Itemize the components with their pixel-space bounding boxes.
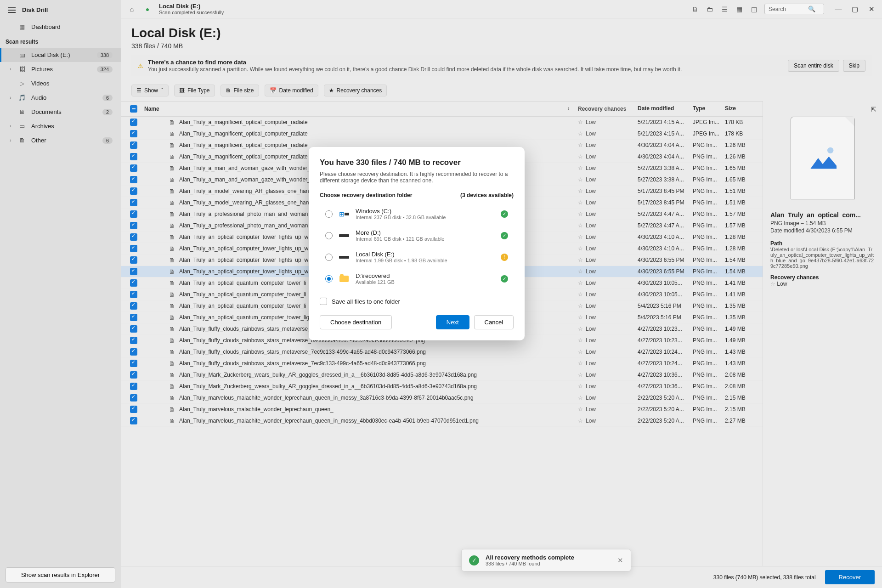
dest-radio[interactable] [325, 254, 333, 261]
next-button[interactable]: Next [436, 315, 469, 329]
status-warn-icon: ! [501, 254, 508, 261]
destination-option[interactable]: More (D:)Internal 691 GB disk • 121 GB a… [320, 225, 514, 246]
modal-devcount: (3 devices available) [460, 192, 514, 198]
disk-icon [339, 256, 349, 259]
windows-icon: ⊞ [339, 210, 345, 218]
dest-name: Windows (C:) [356, 208, 494, 215]
dest-name: More (D:) [356, 229, 494, 236]
status-ok-icon: ✓ [501, 275, 508, 283]
cancel-button[interactable]: Cancel [474, 315, 514, 329]
status-ok-icon: ✓ [501, 232, 508, 239]
modal-text: Please choose recovery destination. It i… [320, 171, 514, 184]
dest-sub: Available 121 GB [356, 279, 494, 285]
save-one-folder-checkbox[interactable]: Save all files to one folder [320, 298, 514, 305]
dest-sub: Internal 691 GB disk • 121 GB available [356, 236, 494, 242]
dest-radio[interactable] [325, 275, 333, 283]
dest-radio[interactable] [325, 210, 333, 218]
modal-title: You have 330 files / 740 MB to recover [320, 158, 514, 167]
dest-name: Local Disk (E:) [356, 251, 494, 258]
dest-radio[interactable] [325, 232, 333, 239]
disk-icon [339, 234, 349, 237]
destination-option[interactable]: Local Disk (E:)Internal 1.99 GB disk • 1… [320, 246, 514, 268]
folder-icon [339, 276, 349, 282]
recovery-modal: You have 330 files / 740 MB to recover P… [309, 147, 525, 340]
destination-option[interactable]: D:\recoveredAvailable 121 GB ✓ [320, 268, 514, 289]
dest-sub: Internal 1.99 GB disk • 1.98 GB availabl… [356, 258, 494, 263]
status-ok-icon: ✓ [501, 210, 508, 218]
modal-choose-heading: Choose recovery destination folder [320, 192, 412, 198]
dest-sub: Internal 237 GB disk • 32.8 GB available [356, 215, 494, 220]
destination-option[interactable]: ⊞ Windows (C:)Internal 237 GB disk • 32.… [320, 203, 514, 225]
choose-destination-button[interactable]: Choose destination [320, 315, 392, 329]
disk-icon [345, 213, 349, 215]
dest-name: D:\recovered [356, 272, 494, 279]
